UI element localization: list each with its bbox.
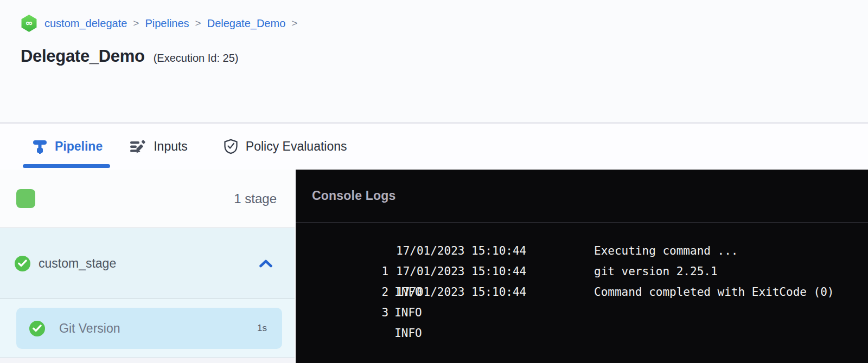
pipeline-icon xyxy=(33,139,47,154)
log-level: INFO xyxy=(394,327,422,340)
log-message: git version 2.25.1 xyxy=(594,261,718,282)
tab-policy-evaluations[interactable]: Policy Evaluations xyxy=(214,124,357,170)
tab-label: Pipeline xyxy=(55,139,103,154)
stage-row-custom-stage[interactable]: custom_stage xyxy=(0,228,295,299)
log-timestamp: 17/01/2023 15:10:44 xyxy=(396,282,526,302)
log-line-1: 1 INFO 17/01/2023 15:10:44 Executing com… xyxy=(296,241,868,261)
log-message: Executing command ... xyxy=(594,241,738,261)
tab-inputs[interactable]: Inputs xyxy=(120,124,197,170)
infinity-glyph: ∞ xyxy=(25,18,32,29)
breadcrumb: ∞ custom_delegate > Pipelines > Delegate… xyxy=(21,15,297,32)
success-check-icon xyxy=(15,256,30,271)
panel-bottom-strip xyxy=(0,358,295,363)
pipeline-execution-page: ∞ custom_delegate > Pipelines > Delegate… xyxy=(0,0,868,363)
stage-name: custom_stage xyxy=(39,256,116,271)
breadcrumb-separator: > xyxy=(291,17,297,29)
log-line-3: 3 INFO 17/01/2023 15:10:44 Command compl… xyxy=(296,282,868,302)
title-row: Delegate_Demo (Execution Id: 25) xyxy=(21,47,238,66)
tab-pipeline[interactable]: Pipeline xyxy=(23,124,112,170)
console-logs-panel: Console Logs 1 INFO 17/01/2023 15:10:44 … xyxy=(296,170,868,363)
log-timestamp: 17/01/2023 15:10:44 xyxy=(396,261,526,282)
project-hexagon-icon: ∞ xyxy=(21,15,37,32)
stage-count-label: 1 stage xyxy=(234,191,277,206)
step-row-git-version[interactable]: Git Version 1s xyxy=(16,308,282,349)
tab-label: Policy Evaluations xyxy=(246,139,347,154)
stage-panel-header: 1 stage xyxy=(0,170,295,228)
log-line-number: 3 xyxy=(381,302,388,323)
shield-check-icon xyxy=(224,139,238,154)
log-line-2: 2 INFO 17/01/2023 15:10:44 git version 2… xyxy=(296,261,868,282)
breadcrumb-separator: > xyxy=(133,17,139,29)
active-tab-underline xyxy=(23,164,110,168)
execution-tabbar: Pipeline Inputs xyxy=(0,124,868,170)
breadcrumb-link-pipeline[interactable]: Delegate_Demo xyxy=(207,17,286,30)
step-duration: 1s xyxy=(257,323,267,334)
step-name: Git Version xyxy=(59,321,120,336)
page-title: Delegate_Demo xyxy=(21,47,145,66)
log-lines: 1 INFO 17/01/2023 15:10:44 Executing com… xyxy=(296,223,868,302)
tab-label: Inputs xyxy=(154,139,188,154)
log-level: INFO xyxy=(394,306,422,319)
execution-id-label: (Execution Id: 25) xyxy=(154,52,239,64)
breadcrumb-separator: > xyxy=(195,17,201,29)
breadcrumb-link-project[interactable]: custom_delegate xyxy=(44,17,127,30)
chevron-up-icon[interactable] xyxy=(259,260,272,268)
console-logs-header: Console Logs xyxy=(296,170,868,223)
log-message: Command completed with ExitCode (0) xyxy=(594,282,834,302)
breadcrumb-link-pipelines[interactable]: Pipelines xyxy=(145,17,189,30)
edit-lines-icon xyxy=(130,140,146,154)
console-logs-title: Console Logs xyxy=(312,189,395,203)
stage-minimap-square[interactable] xyxy=(16,189,35,208)
stage-graph-panel: 1 stage custom_stage xyxy=(0,170,295,363)
log-timestamp: 17/01/2023 15:10:44 xyxy=(396,241,526,261)
success-check-icon xyxy=(29,321,45,336)
steps-list: Git Version 1s xyxy=(0,299,295,358)
page-header: ∞ custom_delegate > Pipelines > Delegate… xyxy=(0,0,868,124)
